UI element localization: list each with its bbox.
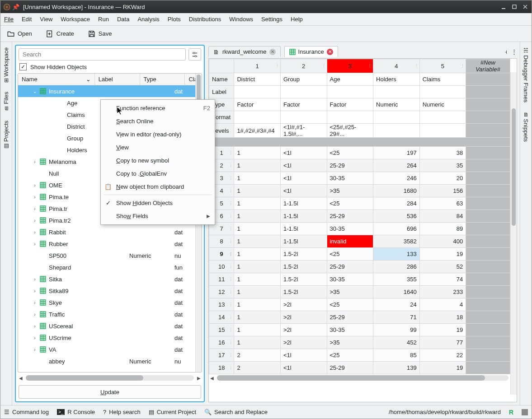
tab-insurance[interactable]: Insurance ✕ [284,46,338,57]
more-button[interactable]: ⋮ [511,48,517,55]
menu-file[interactable]: File [4,16,14,23]
col-header-1[interactable]: 1⋮ [234,59,281,73]
row-header[interactable]: 9⋮ [209,248,234,261]
cell[interactable]: <1l [280,172,327,185]
close-icon[interactable]: ✕ [327,49,333,55]
cell[interactable]: 197 [373,147,420,159]
menu-item[interactable]: 📋New object from clipboard [101,180,215,193]
col-header-2[interactable]: 2⋮ [280,59,327,73]
stop-button[interactable] [522,409,528,415]
cell[interactable]: <1l [280,185,327,197]
cell[interactable]: 30-35 [327,273,373,286]
cell[interactable]: 1-1.5l [280,223,327,235]
meta-cell[interactable]: Claims [419,73,466,86]
menu-edit[interactable]: Edit [22,16,32,23]
tree-node[interactable]: ›Rubberdat [18,238,202,250]
cell[interactable]: >2l [280,298,327,311]
cell[interactable]: >35 [327,286,373,298]
meta-cell[interactable]: Factor [327,98,373,111]
meta-cell[interactable] [373,124,420,138]
col-header-4[interactable]: 4⋮ [373,59,420,73]
split-view-button[interactable]: ⫞ [504,48,508,55]
row-header[interactable]: 17⋮ [209,349,234,362]
show-hidden-checkbox[interactable]: ✓ [19,63,27,70]
row-header[interactable]: 11⋮ [209,273,234,286]
cell[interactable]: <1l [280,159,327,172]
meta-cell[interactable]: <1l#,#1-1.5l#,... [280,124,327,138]
cell[interactable]: 25-29 [327,159,373,172]
tab-snippets[interactable]: 🗎 Snippets [522,110,530,144]
cell[interactable]: 1.5-2l [280,261,327,273]
maximize-button[interactable] [511,3,518,10]
cell[interactable]: 89 [419,223,466,235]
meta-cell[interactable]: Numeric [373,98,420,111]
cell[interactable]: 696 [373,223,420,235]
cell[interactable]: <1l [280,147,327,159]
grid-scrollbar-v[interactable] [510,72,517,395]
meta-cell[interactable]: Group [280,73,327,86]
cell[interactable]: 133 [373,248,420,261]
cell[interactable]: <25 [327,349,373,362]
menu-plots[interactable]: Plots [168,16,181,23]
cell[interactable]: 1 [234,223,281,235]
menu-item[interactable]: ✓Show Hidden Objects [101,196,215,210]
tree-node[interactable]: ›Sitka89dat [18,285,202,297]
cell[interactable]: 536 [373,210,420,223]
cell[interactable]: 30-35 [327,172,373,185]
cell[interactable]: 1 [234,286,281,298]
meta-cell[interactable] [419,86,466,98]
cell[interactable]: 99 [373,324,420,336]
cell[interactable]: >2l [280,324,327,336]
cell[interactable]: 71 [373,311,420,324]
menu-windows[interactable]: Windows [229,16,253,23]
tab-workspace[interactable]: ⊞ Workspace [2,46,10,84]
cell[interactable]: <1l [280,362,327,374]
cell[interactable]: 1-1.5l [280,210,327,223]
cell[interactable]: 19 [419,324,466,336]
tab-rkward-welcome[interactable]: 🗎 rkward_welcome ✕ [208,46,281,57]
col-header-5[interactable]: 5⋮ [419,59,466,73]
close-button[interactable] [522,3,529,10]
cell[interactable]: 25-29 [327,210,373,223]
meta-cell[interactable]: Factor [280,98,327,111]
close-icon[interactable]: ✕ [269,49,276,55]
cell[interactable]: >35 [327,185,373,197]
meta-cell[interactable]: <25#,#25-29#... [327,124,373,138]
col-header-3[interactable]: 3⋮ [327,59,373,73]
cell[interactable]: 25-29 [327,311,373,324]
cell[interactable]: 63 [419,197,466,210]
cell[interactable]: 1-1.5l [280,235,327,248]
cell[interactable]: 1 [234,197,281,210]
tree-node[interactable]: Shepardfun [18,261,202,273]
cell[interactable]: 52 [419,261,466,273]
menu-item[interactable]: Copy to .GlobalEnv [101,167,215,180]
create-button[interactable]: Create [43,28,77,40]
meta-cell[interactable]: Numeric [419,98,466,111]
menu-help[interactable]: Help [291,16,303,23]
help-search-button[interactable]: ? Help search [103,409,141,415]
cell[interactable]: 1 [234,185,281,197]
save-button[interactable]: Save [85,28,115,40]
cell[interactable]: <25 [327,197,373,210]
cell[interactable]: 25-29 [327,261,373,273]
cell[interactable]: 2 [234,362,281,374]
cell[interactable]: 4 [419,298,466,311]
tree-node[interactable]: ›Sitkadat [18,273,202,285]
meta-cell[interactable]: 1#,#2#,#3#,#4 [234,124,281,138]
search-replace-button[interactable]: 🔍 Search and Replace [204,409,268,415]
col-name[interactable]: Name⌄ [18,74,95,85]
meta-cell[interactable] [327,86,373,98]
menu-item[interactable]: View [101,141,215,154]
cell[interactable]: 264 [373,159,420,172]
tree-scrollbar-h[interactable]: ◀▶ [18,374,202,382]
cell[interactable]: 19 [419,362,466,374]
cell[interactable]: 1 [234,147,281,159]
cell[interactable]: 1640 [373,286,420,298]
meta-cell[interactable] [419,124,466,138]
cell[interactable]: <25 [327,147,373,159]
tree-node[interactable]: ›UScerealdat [18,320,202,332]
tree-node[interactable]: abbeyNumericnu [18,355,202,367]
cell[interactable]: 25-29 [327,362,373,374]
cell[interactable]: 38 [419,147,466,159]
cell[interactable]: 1.5-2l [280,273,327,286]
